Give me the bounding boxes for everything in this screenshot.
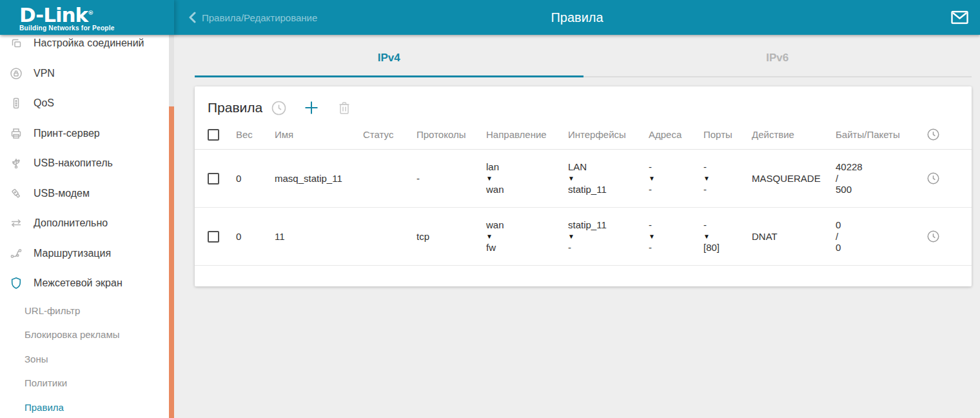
breadcrumb-label: Правила/Редактирование xyxy=(202,12,317,23)
arrow-down-icon: ▼ xyxy=(649,231,703,243)
delete-rule-icon[interactable] xyxy=(338,101,351,115)
cell-interfaces: LAN ▼ statip_11 xyxy=(568,161,649,195)
sidebar-item-label: Дополнительно xyxy=(34,217,108,229)
sidebar-subitem-rules[interactable]: Правила xyxy=(0,395,174,418)
table-header-row: Вес Имя Статус Протоколы Направление Инт… xyxy=(195,120,972,150)
sidebar-item-label: Настройка соединений xyxy=(34,37,144,49)
vpn-lock-icon xyxy=(9,67,23,80)
tab-ipv6[interactable]: IPv6 xyxy=(583,35,972,77)
page-title: Правила xyxy=(551,10,603,25)
sidebar-item-usb-storage[interactable]: USB-накопитель xyxy=(0,148,174,179)
sidebar-item-label: QoS xyxy=(34,97,54,109)
tab-bar: IPv4 IPv6 xyxy=(174,35,980,77)
sidebar: Настройка соединений VPN QoS Принт-серве… xyxy=(0,35,174,418)
sidebar-item-qos[interactable]: QoS xyxy=(0,88,174,119)
col-ports: Порты xyxy=(703,129,752,140)
sidebar-item-label: VPN xyxy=(34,68,55,79)
col-direction: Направление xyxy=(486,129,568,140)
sidebar-item-label: USB-накопитель xyxy=(34,157,113,169)
transfer-arrows-icon xyxy=(9,217,23,230)
col-name: Имя xyxy=(275,129,363,140)
sidebar-item-routing[interactable]: Маршрутизация xyxy=(0,239,174,269)
cell-bytes-packets: 40228 / 500 xyxy=(836,161,927,195)
table-row[interactable]: 0 11 tcp wan ▼ fw statip_11 ▼ - - ▼ - - … xyxy=(195,208,972,266)
col-weight: Вес xyxy=(236,129,275,140)
cell-action: DNAT xyxy=(752,231,836,242)
logo-tagline: Building Networks for People xyxy=(19,25,174,32)
qos-icon xyxy=(9,97,23,110)
cell-protocols: tcp xyxy=(416,231,486,242)
arrow-down-icon: ▼ xyxy=(703,231,752,243)
tab-ipv4[interactable]: IPv4 xyxy=(195,35,583,77)
dlink-logo: D-Link® Building Networks for People xyxy=(0,0,174,35)
row-schedule-clock-icon[interactable] xyxy=(927,172,959,184)
sidebar-item-firewall[interactable]: Межсетевой экран xyxy=(0,268,174,299)
sidebar-item-label: Принт-сервер xyxy=(34,128,100,139)
connections-icon xyxy=(9,37,23,50)
arrow-down-icon: ▼ xyxy=(486,231,568,243)
cell-direction: lan ▼ wan xyxy=(486,161,568,195)
cell-action: MASQUERADE xyxy=(752,173,836,184)
col-addresses: Адреса xyxy=(649,129,703,140)
sidebar-item-vpn[interactable]: VPN xyxy=(0,59,174,89)
sidebar-subitem-policies[interactable]: Политики xyxy=(0,371,174,395)
cell-status xyxy=(363,231,416,242)
cell-interfaces: statip_11 ▼ - xyxy=(568,219,649,254)
col-bytes-packets: Байты/Пакеты xyxy=(836,129,927,140)
sidebar-item-advanced[interactable]: Дополнительно xyxy=(0,208,174,239)
card-header: Правила xyxy=(195,86,972,120)
cell-ports: - ▼ - xyxy=(703,161,752,195)
shield-icon xyxy=(9,277,23,290)
top-bar: D-Link® Building Networks for People Пра… xyxy=(0,0,980,35)
table-row[interactable]: 0 masq_statip_11 - lan ▼ wan LAN ▼ stati… xyxy=(195,150,972,208)
col-schedule-clock-icon xyxy=(927,128,959,141)
row-checkbox[interactable] xyxy=(208,173,219,184)
add-rule-icon[interactable] xyxy=(303,99,320,116)
sidebar-scrollbar-track[interactable] xyxy=(169,35,174,418)
cell-name: masq_statip_11 xyxy=(275,173,363,184)
cell-ports: - ▼ [80] xyxy=(703,219,752,254)
logo-title: D-Link® xyxy=(19,3,174,25)
cell-name: 11 xyxy=(275,231,363,242)
printer-icon xyxy=(9,127,23,140)
select-all-checkbox[interactable] xyxy=(208,129,219,141)
main-content: IPv4 IPv6 Правила Вес Имя Статус Протоко… xyxy=(174,35,980,418)
cell-addresses: - ▼ - xyxy=(649,219,703,254)
cell-weight: 0 xyxy=(236,173,275,184)
top-bar-main: Правила/Редактирование Правила xyxy=(174,0,980,35)
sidebar-item-usb-modem[interactable]: USB-модем xyxy=(0,179,174,209)
col-status: Статус xyxy=(363,129,416,140)
registered-mark: ® xyxy=(88,10,93,16)
sidebar-subitem-zones[interactable]: Зоны xyxy=(0,347,174,372)
cell-status xyxy=(363,173,416,184)
col-interfaces: Интерфейсы xyxy=(568,129,649,140)
card-title: Правила xyxy=(208,100,262,115)
col-action: Действие xyxy=(752,129,836,140)
sidebar-subitem-ad-block[interactable]: Блокировка рекламы xyxy=(0,323,174,347)
sidebar-nav: Настройка соединений VPN QoS Принт-серве… xyxy=(0,35,174,418)
sidebar-item-label: Межсетевой экран xyxy=(34,277,122,289)
col-protocols: Протоколы xyxy=(416,129,486,140)
arrow-down-icon: ▼ xyxy=(568,173,649,184)
sidebar-item-connections[interactable]: Настройка соединений xyxy=(0,35,174,59)
sidebar-item-print-server[interactable]: Принт-сервер xyxy=(0,119,174,149)
table-footer xyxy=(195,266,972,286)
sidebar-scrollbar-thumb[interactable] xyxy=(169,106,174,418)
sidebar-subitem-url-filter[interactable]: URL-фильтр xyxy=(0,299,174,323)
routing-icon xyxy=(9,247,23,260)
breadcrumb[interactable]: Правила/Редактирование xyxy=(188,12,317,23)
cell-protocols: - xyxy=(416,173,486,184)
usb-storage-icon xyxy=(9,157,23,170)
row-schedule-clock-icon[interactable] xyxy=(927,230,959,243)
sidebar-item-label: USB-модем xyxy=(34,188,90,199)
back-chevron-icon xyxy=(188,12,196,23)
history-clock-icon[interactable] xyxy=(271,101,286,115)
usb-modem-icon xyxy=(9,187,23,200)
arrow-down-icon: ▼ xyxy=(703,173,752,184)
row-checkbox[interactable] xyxy=(208,231,219,243)
arrow-down-icon: ▼ xyxy=(486,173,568,184)
rules-card: Правила Вес Имя Статус Протоколы Направл… xyxy=(195,86,972,286)
cell-bytes-packets: 0 / 0 xyxy=(836,219,927,254)
mail-icon[interactable] xyxy=(951,11,968,25)
arrow-down-icon: ▼ xyxy=(568,231,649,243)
